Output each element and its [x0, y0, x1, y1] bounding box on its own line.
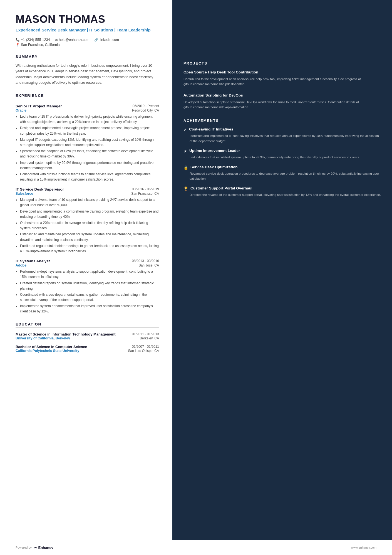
resume-page: MASON THOMAS Experienced Service Desk Ma…	[0, 0, 392, 555]
edu-header-1: Master of Science in Information Technol…	[16, 332, 159, 336]
exp-company-1: Oracle	[16, 108, 26, 112]
email-icon: ✉	[55, 38, 58, 42]
contact-location-row: 📍 San Francisco, California	[16, 43, 159, 47]
education-title: EDUCATION	[16, 322, 159, 328]
bullet: Facilitated regular stakeholder meetings…	[20, 243, 159, 254]
bullet: Implemented system enhancements that imp…	[20, 304, 159, 314]
edu-dates-1: 01/2011 - 01/2013	[132, 332, 159, 336]
project-title-2: Automation Scripting for DevOps	[183, 93, 382, 98]
experience-section: EXPERIENCE Senior IT Project Manager 06/…	[16, 93, 159, 314]
footer: Powered by ∞ Enhancv www.enhancv.com	[0, 540, 392, 555]
achievement-icon-1: ✔	[183, 127, 187, 132]
project-title-1: Open Source Help Desk Tool Contribution	[183, 70, 382, 75]
exp-dates-3: 08/2013 - 03/2016	[132, 259, 159, 263]
linkedin-url: linkedin.com	[100, 38, 119, 42]
edu-degree-2: Bachelor of Science in Computer Science	[16, 345, 87, 349]
edu-subrow-2: California Polytechnic State University …	[16, 349, 159, 353]
achievement-header-1: ✔ Cost-saving IT Initiatives	[183, 127, 382, 132]
achievement-title-2: Uptime Improvement Leader	[189, 149, 240, 153]
achievement-header-2: ★ Uptime Improvement Leader	[183, 149, 382, 153]
bullet: Spearheaded the adoption of DevOps tools…	[20, 149, 159, 159]
achievement-title-4: Customer Support Portal Overhaul	[190, 186, 252, 190]
achievement-title-3: Service Desk Optimization	[190, 165, 238, 169]
edu-location-2: San Luis Obispo, CA	[128, 349, 159, 353]
exp-dates-2: 03/2016 - 06/2019	[132, 187, 159, 191]
achievement-icon-2: ★	[183, 149, 187, 153]
achievement-desc-3: Revamped service desk operation procedur…	[183, 171, 382, 181]
experience-title: EXPERIENCE	[16, 93, 159, 99]
candidate-name: MASON THOMAS	[16, 13, 159, 25]
exp-title-1: Senior IT Project Manager	[16, 104, 62, 108]
edu-degree-1: Master of Science in Information Technol…	[16, 332, 115, 336]
edu-school-1[interactable]: University of California, Berkeley	[16, 336, 70, 340]
left-column: MASON THOMAS Experienced Service Desk Ma…	[0, 0, 172, 540]
achievement-item-1: ✔ Cost-saving IT Initiatives Identified …	[183, 127, 382, 144]
exp-location-3: San Jose, CA	[139, 263, 159, 267]
enhancv-logo: ∞ Enhancv	[34, 545, 53, 550]
footer-left: Powered by ∞ Enhancv	[16, 545, 53, 550]
achievement-item-4: 🏆 Customer Support Portal Overhaul Direc…	[183, 186, 382, 197]
bullet: Designed and implemented a new agile pro…	[20, 125, 159, 136]
project-desc-1: Contributed to the development of an ope…	[183, 77, 382, 87]
achievement-desc-2: Led initiatives that escalated system up…	[183, 155, 382, 160]
achievement-header-3: 🔒 Service Desk Optimization	[183, 165, 382, 170]
achievements-title: ACHIEVEMENTS	[183, 119, 382, 124]
bullet: Performed in-depth systems analysis to s…	[20, 269, 159, 280]
summary-text: With a strong enthusiasm for technology'…	[16, 63, 159, 86]
exp-header-3: IT Systems Analyst 08/2013 - 03/2016	[16, 259, 159, 263]
exp-bullets-2: Managed a diverse team of 10 support tec…	[16, 197, 159, 254]
projects-title: PROJECTS	[183, 61, 382, 67]
exp-dates-1: 06/2019 - Present	[133, 104, 159, 108]
achievement-icon-3: 🔒	[183, 165, 188, 170]
linkedin-icon: 🔗	[94, 38, 98, 42]
achievement-header-4: 🏆 Customer Support Portal Overhaul	[183, 186, 382, 191]
contact-linkedin[interactable]: 🔗 linkedin.com	[94, 38, 119, 42]
logo-icon: ∞	[34, 545, 37, 550]
contact-row: 📞 +1-(234)-555-1234 ✉ help@enhancv.com 🔗…	[16, 38, 159, 42]
bullet: Improved system uptime by 99.9% through …	[20, 160, 159, 171]
exp-item-3: IT Systems Analyst 08/2013 - 03/2016 Ado…	[16, 259, 159, 314]
exp-title-3: IT Systems Analyst	[16, 259, 50, 263]
exp-title-2: IT Service Desk Supervisor	[16, 187, 64, 191]
summary-title: SUMMARY	[16, 55, 159, 60]
achievements-section: ACHIEVEMENTS ✔ Cost-saving IT Initiative…	[183, 119, 382, 197]
right-col-top-bar	[172, 0, 392, 54]
contact-phone: 📞 +1-(234)-555-1234	[16, 38, 50, 42]
bullet: Orchestrated a 20% reduction in average …	[20, 220, 159, 231]
resume-container: MASON THOMAS Experienced Service Desk Ma…	[0, 0, 392, 540]
footer-website: www.enhancv.com	[351, 546, 376, 549]
exp-company-3: Adobe	[16, 263, 26, 267]
exp-item-1: Senior IT Project Manager 06/2019 - Pres…	[16, 104, 159, 182]
achievement-desc-4: Directed the revamp of the customer supp…	[183, 192, 382, 197]
exp-subrow-2: Salesforce San Francisco, CA	[16, 192, 159, 196]
project-item-2: Automation Scripting for DevOps Develope…	[183, 93, 382, 110]
achievement-icon-4: 🏆	[183, 186, 188, 191]
edu-item-1: Master of Science in Information Technol…	[16, 332, 159, 340]
bullet: Led a team of 15 IT professionals to del…	[20, 114, 159, 125]
bullet: Collaborated with cross-functional teams…	[20, 172, 159, 182]
powered-by-text: Powered by	[16, 546, 32, 549]
bullet: Coordinated with cross-departmental team…	[20, 292, 159, 303]
exp-location-2: San Francisco, CA	[131, 192, 159, 196]
edu-item-2: Bachelor of Science in Computer Science …	[16, 345, 159, 353]
exp-bullets-1: Led a team of 15 IT professionals to del…	[16, 114, 159, 182]
location-text: San Francisco, California	[21, 43, 60, 47]
right-column: PROJECTS Open Source Help Desk Tool Cont…	[172, 0, 392, 540]
projects-section: PROJECTS Open Source Help Desk Tool Cont…	[183, 61, 382, 110]
contact-email[interactable]: ✉ help@enhancv.com	[55, 38, 90, 42]
bullet: Created detailed reports on system utili…	[20, 281, 159, 291]
phone-number: +1-(234)-555-1234	[21, 38, 50, 42]
bullet: Managed a diverse team of 10 support tec…	[20, 197, 159, 208]
summary-section: SUMMARY With a strong enthusiasm for tec…	[16, 55, 159, 86]
logo-text: Enhancv	[38, 546, 53, 550]
bullet: Developed and implemented a comprehensiv…	[20, 209, 159, 219]
exp-header-1: Senior IT Project Manager 06/2019 - Pres…	[16, 104, 159, 108]
exp-header-2: IT Service Desk Supervisor 03/2016 - 06/…	[16, 187, 159, 191]
exp-item-2: IT Service Desk Supervisor 03/2016 - 06/…	[16, 187, 159, 254]
education-section: EDUCATION Master of Science in Informati…	[16, 322, 159, 353]
edu-school-2[interactable]: California Polytechnic State University	[16, 349, 79, 353]
achievement-desc-1: Identified and implemented IT cost-savin…	[183, 133, 382, 144]
bullet: Established and maintained protocols for…	[20, 232, 159, 242]
edu-subrow-1: University of California, Berkeley Berke…	[16, 336, 159, 340]
achievement-title-1: Cost-saving IT Initiatives	[189, 127, 233, 131]
